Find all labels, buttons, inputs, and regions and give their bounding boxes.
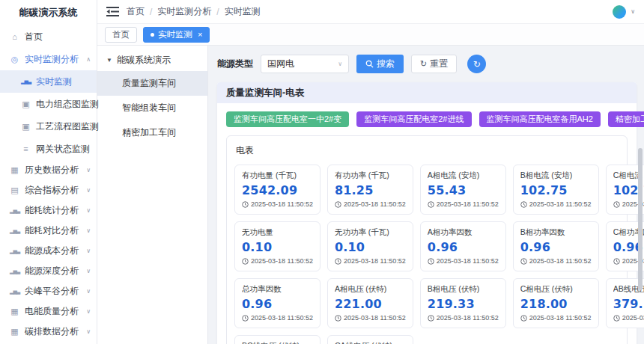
meter-name: B相电压 (伏特) <box>428 284 499 295</box>
sidebar-item-realtime-analysis[interactable]: ◎ 实时监测分析 ∧ <box>0 48 97 70</box>
filter-bar: 能源类型 国网电 ∨ 搜索 ↻ 重置 ↻ <box>217 55 637 73</box>
clock-icon <box>613 258 620 265</box>
list-icon: ≡ <box>21 144 31 153</box>
sidebar-item-realtime-monitor[interactable]: ▂▅▃ 实时监测 <box>0 70 97 93</box>
meter-time-text: 2025-03-18 11:50:52 <box>529 314 592 322</box>
sidebar-item-energy-stats[interactable]: ▂▅▃ 能耗统计分析 ∨ <box>0 200 97 221</box>
meter-time-text: 2025-03-18 11:50:52 <box>437 257 499 265</box>
meter-tag-label: 监测车间高压配电室备用AH2 <box>487 114 593 123</box>
meter-tag[interactable]: 精密加工车间电表02 <box>608 111 644 127</box>
meter-card: 有功功率 (千瓦) 81.25 2025-03-18 11:50:52 <box>327 165 413 215</box>
clock-icon <box>520 258 527 265</box>
chevron-down-icon: ∨ <box>86 187 91 194</box>
tab-realtime-monitor[interactable]: 实时监测 × <box>143 27 210 43</box>
meter-time-text: 2025-03-18 11:50:52 <box>529 200 592 208</box>
chevron-down-icon[interactable]: ∨ <box>631 8 635 15</box>
gear-icon: ◎ <box>10 55 19 64</box>
sidebar-item-label: 能源成本分析 <box>25 245 79 257</box>
breadcrumb-section[interactable]: 实时监测分析 <box>157 5 211 18</box>
chevron-down-icon: ∨ <box>86 288 91 295</box>
chevron-down-icon: ∨ <box>338 61 342 67</box>
meter-timestamp: 2025-03-18 11:50:52 <box>520 257 592 265</box>
meter-tag-list: 监测车间高压配电室一中2#变 监测车间高压配电室2#进线 监测车间高压配电室备用… <box>217 103 637 134</box>
meter-time-text: 2025-03-18 11:50:52 <box>437 200 499 208</box>
tree-root-node[interactable]: ▼ 能碳系统演示 <box>97 46 207 71</box>
meter-name: B相功率因数 <box>520 227 592 238</box>
clock-icon <box>520 201 527 208</box>
meter-value: 0.96 <box>520 240 592 254</box>
meter-timestamp: 2025-03-18 11:50:52 <box>520 314 592 322</box>
meter-card: B相电压 (伏特) 219.33 2025-03-18 11:50:52 <box>420 278 506 328</box>
meter-card: B相功率因数 0.96 2025-03-18 11:50:52 <box>513 221 599 271</box>
top-header: 首页 / 实时监测分析 / 实时监测 ∨ <box>97 0 644 24</box>
meter-tag[interactable]: 监测车间高压配电室一中2#变 <box>226 111 349 127</box>
tree-item[interactable]: 精密加工车间 <box>97 120 207 145</box>
sidebar-item-label: 电能质量分析 <box>25 305 79 318</box>
meter-card: C相电压 (伏特) 218.00 2025-03-18 11:50:52 <box>513 278 599 328</box>
sidebar-item-energy-compare[interactable]: ▂▅▃ 能耗对比分析 ∨ <box>0 221 97 241</box>
sidebar-item-history-data[interactable]: ▦ 历史数据分析 ∨ <box>0 160 97 180</box>
clock-icon <box>520 315 527 322</box>
meter-timestamp: 2025-03-18 11:50:52 <box>242 314 313 322</box>
sidebar-item-gateway-status[interactable]: ≡ 网关状态监测 <box>0 138 97 160</box>
avatar[interactable] <box>613 5 626 19</box>
meter-tag[interactable]: 监测车间高压配电室备用AH2 <box>479 111 601 127</box>
sidebar-item-composite-index[interactable]: ▤ 综合指标分析 ∨ <box>0 180 97 200</box>
vertical-scrollbar[interactable] <box>638 148 643 290</box>
tree-item[interactable]: 智能组装车间 <box>97 96 207 120</box>
meter-timestamp: 2025-03-18 11:50:52 <box>335 257 406 265</box>
search-button[interactable]: 搜索 <box>356 55 404 73</box>
sidebar-item-process-diagram[interactable]: ▣ 工艺流程图监测 <box>0 115 97 138</box>
sidebar-item-label: 实时监测分析 <box>25 53 79 66</box>
sidebar-item-label: 工艺流程图监测 <box>36 120 99 133</box>
sidebar-item-home[interactable]: ⌂ 首页 <box>0 25 97 48</box>
sidebar-item-energy-depth[interactable]: ▂▅▃ 能源深度分析 ∨ <box>0 261 97 281</box>
refresh-icon: ↻ <box>420 60 427 68</box>
meter-time-text: 2025-03-18 11:50:52 <box>344 200 406 208</box>
reset-button[interactable]: ↻ 重置 <box>411 55 457 73</box>
clock-icon <box>242 315 249 322</box>
meter-value: 2542.09 <box>242 183 313 197</box>
tree-item[interactable]: 质量监测车间 <box>97 71 207 96</box>
chevron-down-icon: ∨ <box>86 227 91 234</box>
caret-down-icon: ▼ <box>106 57 112 64</box>
meter-name: B相电流 (安培) <box>520 171 592 181</box>
tab-label: 首页 <box>112 29 130 40</box>
collapse-menu-icon[interactable] <box>106 7 119 16</box>
sidebar-item-peak-valley[interactable]: ▂▅▃ 尖峰平谷分析 ∨ <box>0 281 97 301</box>
meter-timestamp: 2025-03-18 11:50:52 <box>428 314 499 322</box>
sidebar-item-carbon-data[interactable]: ▦ 碳排数据分析 ∨ <box>0 322 97 342</box>
home-icon: ⌂ <box>10 32 19 41</box>
meter-card: CA线电压 (伏特) 371.13 2025-03-18 11:50:52 <box>327 335 413 344</box>
meter-tag-label: 监测车间高压配电室一中2#变 <box>234 114 341 123</box>
meter-name: BC线电压 (伏特) <box>242 341 313 344</box>
meter-grid: 有功电量 (千瓦) 2542.09 2025-03-18 11:50:52 <box>234 165 619 344</box>
sidebar-item-energy-cost[interactable]: ▂▅▃ 能源成本分析 ∨ <box>0 241 97 261</box>
clock-icon <box>242 258 249 265</box>
bar-chart-icon: ▂▅▃ <box>21 79 31 85</box>
meter-value: 379.14 <box>613 297 644 311</box>
sidebar-item-label: 能源深度分析 <box>25 265 79 277</box>
tree-item-label: 质量监测车间 <box>122 78 176 88</box>
meter-name: C相电压 (伏特) <box>520 284 592 295</box>
close-icon[interactable]: × <box>198 31 202 39</box>
breadcrumb-home[interactable]: 首页 <box>127 5 145 18</box>
tree-root-label: 能碳系统演示 <box>117 54 171 67</box>
energy-type-label: 能源类型 <box>217 58 253 70</box>
sidebar-item-label: 尖峰平谷分析 <box>25 285 79 298</box>
tab-bar: 首页 实时监测 × <box>97 24 644 46</box>
tab-home[interactable]: 首页 <box>105 27 137 43</box>
table-icon: ▦ <box>10 165 19 175</box>
energy-type-select[interactable]: 国网电 ∨ <box>261 55 349 73</box>
meter-time-text: 2025-03-18 11:50:52 <box>251 200 313 208</box>
sidebar-item-label: 电力组态图监测 <box>36 98 99 111</box>
clock-icon <box>335 258 341 265</box>
refresh-button[interactable]: ↻ <box>467 55 486 73</box>
sidebar-item-power-diagram[interactable]: ▣ 电力组态图监测 <box>0 93 97 115</box>
meter-value: 0.10 <box>242 240 313 254</box>
meter-tag[interactable]: 监测车间高压配电室2#进线 <box>356 111 471 127</box>
meter-timestamp: 2025-03-18 11:50:52 <box>613 314 644 322</box>
sidebar-item-label: 首页 <box>25 31 43 43</box>
meter-timestamp: 2025-03-18 11:50:52 <box>335 200 406 208</box>
sidebar-item-power-quality[interactable]: ▦ 电能质量分析 ∨ <box>0 301 97 322</box>
